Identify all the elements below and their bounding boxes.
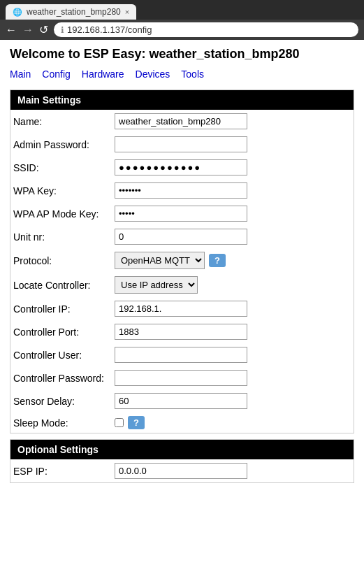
sleep-mode-row: Sleep Mode: ? (10, 413, 354, 433)
unit-nr-input[interactable] (115, 229, 247, 245)
main-settings-header: Main Settings (10, 90, 354, 110)
page-title: Welcome to ESP Easy: weather_station_bmp… (10, 47, 354, 62)
sleep-mode-checkbox[interactable] (115, 418, 124, 427)
locate-controller-container: Use IP address Use mDNS (112, 273, 354, 297)
nav-menu: Main Config Hardware Devices Tools (10, 69, 354, 80)
wpa-key-row: WPA Key: (10, 179, 354, 202)
protocol-select[interactable]: OpenHAB MQTT ESPEasy P2P HTTP UDP (115, 252, 205, 269)
unit-nr-label: Unit nr: (10, 225, 112, 248)
wpa-ap-mode-key-row: WPA AP Mode Key: (10, 202, 354, 225)
unit-nr-row: Unit nr: (10, 225, 354, 248)
main-settings-table: Name: Admin Password: SSID: WPA Key: (10, 110, 354, 433)
wpa-key-input[interactable] (115, 182, 247, 199)
protocol-label: Protocol: (10, 248, 112, 273)
nav-hardware[interactable]: Hardware (82, 69, 124, 80)
refresh-button[interactable]: ↺ (39, 23, 48, 36)
tab-icon: 🌐 (13, 8, 22, 17)
forward-button[interactable]: → (22, 24, 34, 36)
sensor-delay-row: Sensor Delay: (10, 389, 354, 413)
controller-user-row: Controller User: (10, 343, 354, 366)
address-url: 192.168.1.137/config (67, 24, 152, 35)
ssid-row: SSID: (10, 156, 354, 179)
browser-chrome: 🌐 weather_station_bmp280 × (0, 0, 364, 20)
esp-ip-row: ESP IP: (10, 459, 354, 482)
controller-password-input[interactable] (115, 370, 247, 386)
tab-close-button[interactable]: × (125, 8, 129, 16)
address-field[interactable]: ℹ 192.168.1.137/config (54, 22, 358, 37)
admin-password-label: Admin Password: (10, 133, 112, 156)
protocol-container: OpenHAB MQTT ESPEasy P2P HTTP UDP ? (115, 252, 351, 269)
back-button[interactable]: ← (6, 24, 17, 36)
controller-ip-row: Controller IP: (10, 297, 354, 320)
lock-icon: ℹ (61, 25, 64, 35)
sleep-mode-container: ? (115, 416, 351, 429)
admin-password-input[interactable] (115, 136, 247, 152)
controller-port-label: Controller Port: (10, 320, 112, 343)
wpa-ap-mode-key-label: WPA AP Mode Key: (10, 202, 112, 225)
controller-ip-label: Controller IP: (10, 297, 112, 320)
esp-ip-input[interactable] (115, 463, 247, 479)
controller-password-row: Controller Password: (10, 366, 354, 389)
controller-port-row: Controller Port: (10, 320, 354, 343)
esp-ip-label: ESP IP: (10, 459, 112, 482)
controller-password-label: Controller Password: (10, 366, 112, 389)
locate-controller-row: Locate Controller: Use IP address Use mD… (10, 273, 354, 297)
name-input[interactable] (115, 113, 247, 129)
sleep-mode-help-button[interactable]: ? (128, 416, 145, 429)
name-label: Name: (10, 110, 112, 133)
wpa-ap-mode-key-input[interactable] (115, 206, 247, 222)
protocol-row: Protocol: OpenHAB MQTT ESPEasy P2P HTTP … (10, 248, 354, 273)
sensor-delay-label: Sensor Delay: (10, 389, 112, 413)
ssid-label: SSID: (10, 156, 112, 179)
admin-password-row: Admin Password: (10, 133, 354, 156)
optional-settings-section: Optional Settings ESP IP: (10, 439, 354, 483)
wpa-key-label: WPA Key: (10, 179, 112, 202)
browser-tab[interactable]: 🌐 weather_station_bmp280 × (6, 4, 136, 20)
optional-settings-header: Optional Settings (10, 440, 354, 459)
nav-main[interactable]: Main (10, 69, 31, 80)
sleep-mode-label: Sleep Mode: (10, 413, 112, 433)
main-settings-section: Main Settings Name: Admin Password: SSID… (10, 89, 354, 433)
nav-tools[interactable]: Tools (181, 69, 204, 80)
sensor-delay-input[interactable] (115, 393, 247, 409)
locate-controller-label: Locate Controller: (10, 273, 112, 297)
name-row: Name: (10, 110, 354, 133)
protocol-help-button[interactable]: ? (209, 254, 226, 267)
locate-controller-select[interactable]: Use IP address Use mDNS (115, 276, 198, 294)
page-content: Welcome to ESP Easy: weather_station_bmp… (0, 40, 364, 490)
controller-port-input[interactable] (115, 324, 247, 340)
ssid-input[interactable] (115, 159, 247, 175)
controller-user-input[interactable] (115, 347, 247, 363)
controller-ip-input[interactable] (115, 301, 247, 317)
nav-devices[interactable]: Devices (136, 69, 170, 80)
address-bar: ← → ↺ ℹ 192.168.1.137/config (0, 20, 364, 40)
controller-user-label: Controller User: (10, 343, 112, 366)
optional-settings-table: ESP IP: (10, 459, 354, 482)
tab-title: weather_station_bmp280 (27, 7, 121, 17)
nav-config[interactable]: Config (42, 69, 70, 80)
